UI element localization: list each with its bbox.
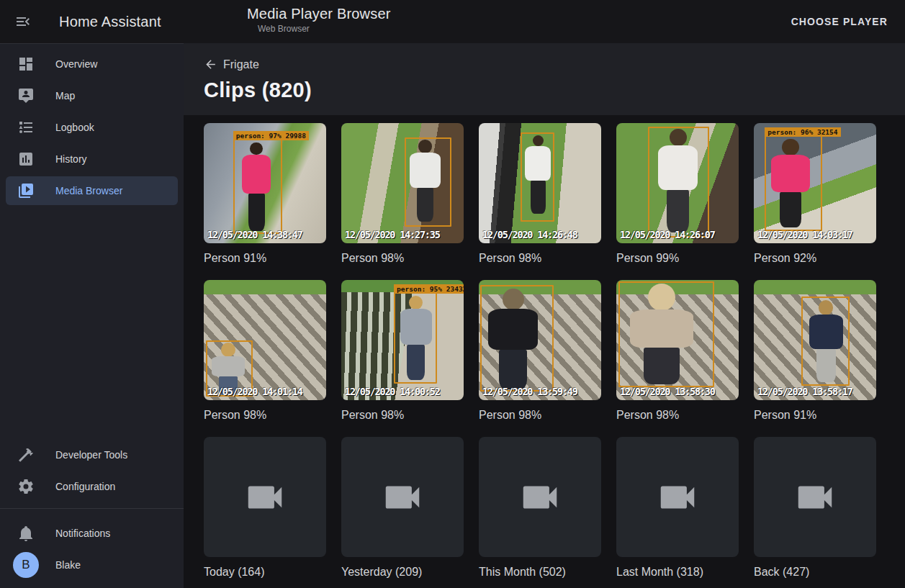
folder-card[interactable]: Last Month (318) (616, 437, 739, 579)
clip-card[interactable]: person: 95% 23432 12/05/2020 14:00:52 Pe… (341, 280, 464, 422)
clip-caption: Person 98% (479, 252, 601, 265)
folder-card[interactable]: Back (427) (754, 437, 876, 579)
video-camera-icon (518, 475, 562, 520)
clip-timestamp: 12/05/2020 13:58:17 (757, 386, 852, 397)
clip-thumbnail: 12/05/2020 13:58:30 (616, 280, 739, 400)
sidebar-toggle-button[interactable] (6, 4, 40, 39)
clip-caption: Person 98% (341, 409, 464, 422)
sidebar: OverviewMapLogbookHistoryMedia Browser D… (0, 43, 184, 588)
clip-card[interactable]: 12/05/2020 13:59:49 Person 98% (479, 280, 601, 422)
clip-card[interactable]: person: 96% 32154 12/05/2020 14:03:17 Pe… (754, 123, 876, 265)
detection-bounding-box (521, 132, 555, 222)
sidebar-tools-nav: Developer ToolsConfiguration (0, 435, 184, 504)
video-camera-icon (793, 475, 837, 520)
clip-card[interactable]: 12/05/2020 14:01:14 Person 98% (204, 280, 326, 422)
clip-thumbnail: person: 95% 23432 12/05/2020 14:00:52 (341, 280, 464, 400)
clip-caption: Person 92% (754, 252, 876, 265)
clip-caption: Person 99% (616, 252, 739, 265)
sidebar-item-label: Configuration (55, 481, 115, 492)
main-panel: Frigate Clips (820) person: 97% 29988 12… (184, 43, 905, 588)
clip-timestamp: 12/05/2020 14:26:07 (620, 229, 715, 240)
clip-timestamp: 12/05/2020 14:26:48 (482, 229, 577, 240)
breadcrumb[interactable]: Frigate (204, 58, 259, 71)
clip-timestamp: 12/05/2020 13:58:30 (620, 386, 715, 397)
sidebar-item-label: Map (55, 90, 75, 101)
folder-card[interactable]: Today (164) (204, 437, 326, 579)
clip-thumbnail: 12/05/2020 14:27:35 (341, 123, 464, 243)
sidebar-main-nav: OverviewMapLogbookHistoryMedia Browser (0, 44, 184, 208)
folder-card[interactable]: Yesterday (209) (341, 437, 464, 579)
detection-label: person: 95% 23432 (394, 284, 464, 294)
sidebar-item-notifications[interactable]: Notifications (6, 519, 178, 548)
folder-caption: Yesterday (209) (341, 566, 464, 579)
dashboard-icon (17, 55, 35, 73)
clip-timestamp: 12/05/2020 14:00:52 (345, 386, 440, 397)
clip-thumbnail: 12/05/2020 13:59:49 (479, 280, 601, 400)
detection-bounding-box (648, 127, 709, 238)
folder-thumbnail (616, 437, 739, 557)
avatar: B (13, 552, 39, 578)
clip-caption: Person 91% (754, 409, 876, 422)
choose-player-button[interactable]: CHOOSE PLAYER (785, 0, 893, 43)
video-camera-icon (243, 475, 287, 520)
clip-card[interactable]: 12/05/2020 14:26:48 Person 98% (479, 123, 601, 265)
clip-card[interactable]: 12/05/2020 14:27:35 Person 98% (341, 123, 464, 265)
detection-label: person: 96% 32154 (765, 127, 840, 137)
clip-caption: Person 98% (341, 252, 464, 265)
sidebar-item-overview[interactable]: Overview (6, 50, 178, 78)
clip-card[interactable]: person: 97% 29988 12/05/2020 14:38:47 Pe… (204, 123, 326, 265)
dialog-title: Media Player Browser (247, 6, 391, 22)
clip-thumbnail: 12/05/2020 13:58:17 (754, 280, 876, 400)
sidebar-item-developer-tools[interactable]: Developer Tools (6, 440, 178, 469)
hammer-icon (17, 446, 35, 463)
sidebar-item-map[interactable]: Map (6, 81, 178, 110)
sidebar-item-history[interactable]: History (6, 145, 178, 173)
history-chart-icon (17, 150, 35, 168)
sidebar-item-media-browser[interactable]: Media Browser (6, 176, 178, 205)
sidebar-item-logbook[interactable]: Logbook (6, 113, 178, 142)
video-camera-icon (380, 475, 425, 520)
video-camera-icon (655, 475, 700, 520)
folder-caption: Today (164) (204, 566, 326, 579)
detection-bounding-box: person: 95% 23432 (394, 292, 437, 384)
folder-thumbnail (754, 437, 876, 557)
detection-label: person: 97% 29988 (233, 131, 309, 140)
logbook-icon (17, 119, 35, 136)
detection-bounding-box (618, 281, 714, 387)
folder-caption: Back (427) (754, 566, 876, 579)
clip-caption: Person 91% (204, 252, 326, 265)
sidebar-item-user[interactable]: B Blake (6, 551, 178, 579)
sidebar-item-configuration[interactable]: Configuration (6, 472, 178, 501)
sidebar-divider (0, 508, 184, 509)
clip-thumbnail: 12/05/2020 14:01:14 (204, 280, 326, 400)
clip-caption: Person 98% (479, 409, 601, 422)
clip-card[interactable]: 12/05/2020 13:58:17 Person 91% (754, 280, 876, 422)
folder-card[interactable]: This Month (502) (479, 437, 601, 579)
menu-open-icon (14, 13, 32, 30)
sidebar-item-label: History (55, 153, 87, 165)
dialog-heading: Media Player Browser Web Browser (247, 6, 391, 34)
clip-card[interactable]: 12/05/2020 14:26:07 Person 99% (616, 123, 739, 265)
detection-bounding-box (405, 137, 451, 227)
sidebar-footer-nav: Notifications B Blake (0, 513, 184, 588)
bell-icon (17, 525, 35, 542)
clip-timestamp: 12/05/2020 13:59:49 (482, 386, 577, 397)
clip-timestamp: 12/05/2020 14:03:17 (757, 229, 852, 240)
sidebar-item-label: Notifications (55, 528, 110, 539)
folder-thumbnail (341, 437, 464, 557)
folder-thumbnail (479, 437, 601, 557)
page-title: Clips (820) (204, 78, 905, 102)
folder-thumbnail (204, 437, 326, 557)
clip-card[interactable]: 12/05/2020 13:58:30 Person 98% (616, 280, 739, 422)
top-app-bar: Home Assistant Media Player Browser Web … (0, 0, 905, 43)
arrow-left-icon (204, 58, 217, 71)
sidebar-item-label: Developer Tools (55, 449, 127, 461)
dialog-subtitle: Web Browser (258, 24, 391, 34)
media-grid: person: 97% 29988 12/05/2020 14:38:47 Pe… (184, 115, 905, 579)
sidebar-item-label: Overview (55, 58, 97, 70)
folder-caption: Last Month (318) (616, 566, 739, 579)
sidebar-item-label: Media Browser (55, 185, 122, 196)
gear-icon (17, 478, 35, 495)
clip-thumbnail: 12/05/2020 14:26:07 (616, 123, 739, 243)
media-browser-icon (17, 182, 35, 199)
